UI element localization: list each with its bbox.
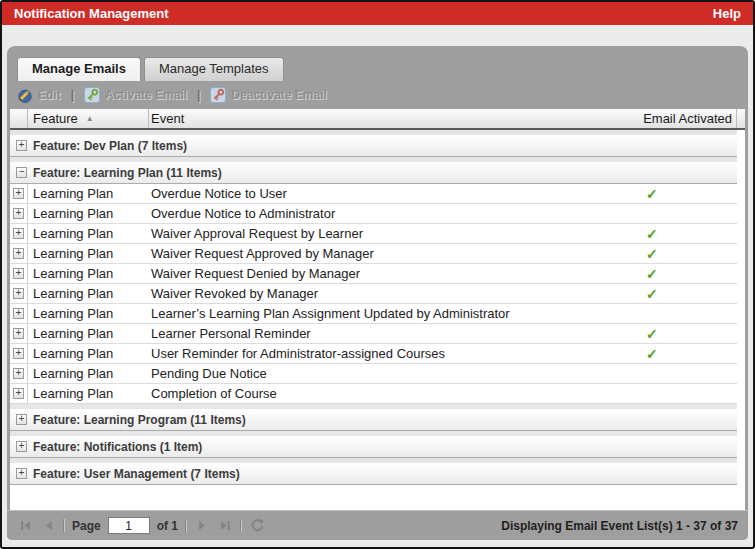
page-number-input[interactable] — [108, 517, 150, 534]
row-event-cell: Waiver Revoked by Manager — [149, 286, 632, 301]
row-email-activated-cell: ✓ — [632, 326, 737, 342]
row-feature-cell: Learning Plan — [28, 226, 149, 241]
deactivate-email-button-label: Deactivate Email — [231, 88, 326, 102]
tab-label: Manage Templates — [159, 61, 269, 76]
table-row[interactable]: +Learning PlanOverdue Notice to User✓ — [10, 184, 737, 204]
row-event-cell: Pending Due Notice — [149, 366, 632, 381]
column-header-feature[interactable]: Feature ▲ — [28, 109, 149, 128]
row-event-cell: Waiver Request Denied by Manager — [149, 266, 632, 281]
row-icon-cell: + — [10, 364, 28, 383]
group-label: Feature: Notifications (1 Item) — [33, 440, 202, 454]
row-event-cell: Completion of Course — [149, 386, 632, 401]
row-icon-cell: + — [10, 344, 28, 363]
sort-ascending-icon: ▲ — [86, 114, 94, 123]
column-header-event[interactable]: Event — [149, 111, 631, 126]
table-row[interactable]: +Learning PlanWaiver Revoked by Manager✓ — [10, 284, 737, 304]
row-feature-cell: Learning Plan — [28, 266, 149, 281]
expand-icon[interactable]: + — [16, 414, 27, 425]
previous-page-button[interactable] — [40, 518, 56, 534]
check-icon: ✓ — [646, 266, 658, 282]
table-row[interactable]: +Learning PlanLearner Personal Reminder✓ — [10, 324, 737, 344]
expand-icon[interactable]: + — [13, 248, 24, 259]
edit-button-label: Edit — [38, 88, 61, 102]
expand-icon[interactable]: + — [13, 208, 24, 219]
check-icon: ✓ — [646, 246, 658, 262]
expand-icon[interactable]: + — [13, 348, 24, 359]
expand-icon[interactable]: + — [13, 288, 24, 299]
table-row[interactable]: +Learning PlanUser Reminder for Administ… — [10, 344, 737, 364]
row-icon-cell: + — [10, 184, 28, 203]
row-event-cell: Learner Personal Reminder — [149, 326, 632, 341]
activate-key-icon — [84, 87, 100, 103]
column-header-email-activated[interactable]: Email Activated — [631, 111, 736, 126]
row-email-activated-cell: ✓ — [632, 266, 737, 282]
row-icon-cell: + — [10, 324, 28, 343]
table-row[interactable]: +Learning PlanWaiver Request Denied by M… — [10, 264, 737, 284]
row-feature-cell: Learning Plan — [28, 206, 149, 221]
toolbar-separator: | — [197, 88, 200, 102]
refresh-button[interactable] — [249, 518, 265, 534]
page-label: Page — [72, 519, 101, 533]
row-email-activated-cell: ✓ — [632, 346, 737, 362]
row-feature-cell: Learning Plan — [28, 246, 149, 261]
row-feature-cell: Learning Plan — [28, 306, 149, 321]
group-row[interactable]: +Feature: Learning Program (11 Items) — [10, 409, 737, 431]
group-row[interactable]: +Feature: Dev Plan (7 Items) — [10, 135, 737, 157]
expand-icon[interactable]: + — [13, 228, 24, 239]
table-row[interactable]: +Learning PlanWaiver Request Approved by… — [10, 244, 737, 264]
group-row[interactable]: +Feature: User Management (7 Items) — [10, 463, 737, 485]
tab-label: Manage Emails — [32, 61, 126, 76]
help-link[interactable]: Help — [713, 6, 741, 21]
tab-manage-templates[interactable]: Manage Templates — [144, 57, 284, 81]
collapse-icon[interactable]: − — [16, 167, 27, 178]
activate-email-button[interactable]: Activate Email — [84, 87, 187, 103]
table-body: +Feature: Dev Plan (7 Items)−Feature: Le… — [10, 130, 745, 510]
expand-icon[interactable]: + — [13, 308, 24, 319]
row-email-activated-cell: ✓ — [632, 226, 737, 242]
row-icon-cell: + — [10, 284, 28, 303]
expand-icon[interactable]: + — [13, 268, 24, 279]
deactivate-email-button[interactable]: Deactivate Email — [210, 87, 326, 103]
table-row[interactable]: +Learning PlanCompletion of Course — [10, 384, 737, 404]
expand-icon[interactable]: + — [16, 441, 27, 452]
row-feature-cell: Learning Plan — [28, 326, 149, 341]
titlebar: Notification Management Help — [2, 2, 753, 25]
row-icon-cell: + — [10, 224, 28, 243]
table-row[interactable]: +Learning PlanWaiver Approval Request by… — [10, 224, 737, 244]
header-spacer-column — [736, 109, 745, 128]
footer-separator — [185, 519, 187, 532]
row-icon-cell: + — [10, 304, 28, 323]
table-row[interactable]: +Learning PlanLearner’s Learning Plan As… — [10, 304, 737, 324]
table-row[interactable]: +Learning PlanOverdue Notice to Administ… — [10, 204, 737, 224]
row-event-cell: Waiver Request Approved by Manager — [149, 246, 632, 261]
main-panel: Manage Emails Manage Templates — [7, 46, 748, 540]
row-feature-cell: Learning Plan — [28, 346, 149, 361]
page-count-label: of 1 — [157, 519, 178, 533]
expand-icon[interactable]: + — [13, 188, 24, 199]
toolbar-separator: | — [71, 88, 74, 102]
edit-button[interactable]: Edit — [17, 87, 61, 103]
check-icon: ✓ — [646, 346, 658, 362]
first-page-button[interactable] — [17, 518, 33, 534]
group-row[interactable]: +Feature: Notifications (1 Item) — [10, 436, 737, 458]
group-row[interactable]: −Feature: Learning Plan (11 Items) — [10, 162, 737, 184]
tab-manage-emails[interactable]: Manage Emails — [17, 57, 141, 81]
expand-icon[interactable]: + — [13, 368, 24, 379]
next-page-button[interactable] — [194, 518, 210, 534]
row-feature-cell: Learning Plan — [28, 386, 149, 401]
expand-icon[interactable]: + — [16, 140, 27, 151]
last-page-button[interactable] — [217, 518, 233, 534]
table-row[interactable]: +Learning PlanPending Due Notice — [10, 364, 737, 384]
column-header-feature-label: Feature — [33, 111, 78, 126]
check-icon: ✓ — [646, 286, 658, 302]
row-email-activated-cell: ✓ — [632, 186, 737, 202]
expand-icon[interactable]: + — [16, 468, 27, 479]
check-icon: ✓ — [646, 186, 658, 202]
header-icon-column — [10, 109, 28, 128]
edit-pencil-icon — [17, 87, 33, 103]
expand-icon[interactable]: + — [13, 328, 24, 339]
row-icon-cell: + — [10, 264, 28, 283]
row-feature-cell: Learning Plan — [28, 186, 149, 201]
expand-icon[interactable]: + — [13, 388, 24, 399]
group-label: Feature: User Management (7 Items) — [33, 467, 240, 481]
